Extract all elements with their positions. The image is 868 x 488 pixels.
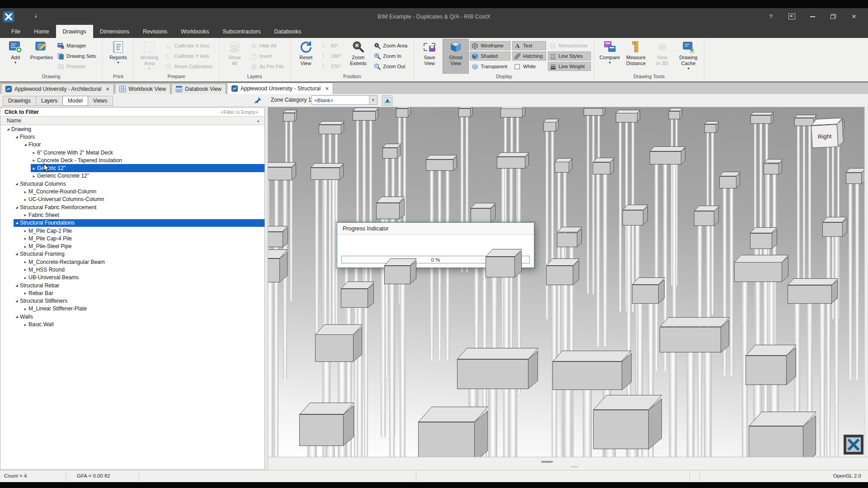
3d-viewport[interactable]: Right — [268, 107, 868, 457]
collapse-arrow-icon[interactable]: ◢ — [14, 182, 20, 186]
expand-arrow-icon[interactable]: ▸ — [22, 244, 28, 249]
tree-item-rebar-bar[interactable]: ▸Rebar Bar — [0, 289, 264, 297]
collapse-arrow-icon[interactable]: ◢ — [14, 221, 20, 225]
menu-tab-workbooks[interactable]: Workbooks — [174, 25, 216, 38]
zoom-extents-button[interactable]: Zoom Extents — [345, 39, 371, 74]
tree-item-fabric-sheet[interactable]: ▸Fabric Sheet — [0, 211, 264, 219]
document-tab[interactable]: Applewood University - Architectural× — [1, 84, 114, 94]
menu-tab-subcontractors[interactable]: Subcontractors — [216, 25, 267, 38]
transparent-button[interactable]: Transparent — [470, 62, 510, 71]
show-all-button[interactable]: Show All — [222, 39, 248, 74]
expand-arrow-icon[interactable]: ▸ — [22, 236, 28, 241]
calibrate-x-axis-button[interactable]: Calibrate X Axis — [163, 41, 215, 50]
expand-arrow-icon[interactable]: ▸ — [22, 212, 28, 217]
dropdown-arrow-icon[interactable]: ▾ — [117, 61, 119, 65]
expand-arrow-icon[interactable]: ▸ — [31, 158, 37, 163]
subtab-drawings[interactable]: Drawings — [3, 96, 36, 106]
tree-item-m-linear-stiffener-plate[interactable]: ▸M_Linear Stiffener-Plate — [0, 305, 264, 313]
expand-arrow-icon[interactable]: ▸ — [22, 291, 28, 296]
tree-item-generic-concrete-12-[interactable]: ▸Generic Concrete 12" — [0, 172, 264, 180]
tree-item-ub-universal-beams[interactable]: ▸UB-Universal Beams — [0, 274, 264, 282]
wireframe-button[interactable]: Wireframe — [470, 41, 510, 50]
expand-arrow-icon[interactable]: ▸ — [31, 166, 37, 171]
tree-item-6-concrete-with-2-metal-deck[interactable]: ▸6" Concrete With 2" Metal Deck — [0, 149, 264, 156]
expand-arrow-icon[interactable]: ▸ — [31, 174, 37, 178]
monochrome-button[interactable]: Monochrome — [548, 41, 591, 50]
collapse-arrow-icon[interactable]: ◢ — [22, 143, 28, 146]
splitter-handle[interactable] — [541, 461, 553, 463]
view-cube-front-face[interactable]: Right — [811, 124, 839, 148]
tree-item-m-concrete-round-column[interactable]: ▸M_Concrete-Round-Column — [0, 188, 264, 195]
restore-button[interactable] — [823, 8, 844, 25]
manager-button[interactable]: Manager — [56, 41, 99, 50]
drawing-cache-button[interactable]: Drawing Cache▾ — [675, 39, 702, 74]
collapse-arrow-icon[interactable]: ◢ — [14, 315, 20, 319]
tree-item-walls[interactable]: ◢Walls — [0, 313, 264, 320]
as-per-file-button[interactable]: As Per File — [249, 62, 287, 71]
expand-arrow-icon[interactable]: ▸ — [22, 306, 28, 311]
subtab-model[interactable]: Model — [62, 96, 88, 106]
view-cube[interactable]: Right — [809, 117, 847, 151]
minimize-button[interactable] — [802, 8, 823, 25]
close-tab-icon[interactable]: × — [325, 85, 329, 92]
close-button[interactable]: × — [844, 8, 864, 25]
compare-button[interactable]: Compare▾ — [597, 39, 623, 74]
pin-icon[interactable] — [253, 96, 262, 105]
document-tab[interactable]: Workbook View — [115, 84, 170, 94]
tree-column-header[interactable]: Name ▲ — [0, 117, 264, 125]
text-button[interactable]: AText — [512, 41, 546, 50]
expand-arrow-icon[interactable]: ▸ — [22, 197, 28, 202]
collapse-arrow-icon[interactable]: ◢ — [14, 252, 20, 256]
working-area-button[interactable]: Working Area▾ — [136, 39, 162, 74]
dropdown-arrow-icon[interactable]: ▾ — [14, 61, 16, 65]
tree-item-structural-columns[interactable]: ◢Structural Columns — [0, 180, 264, 188]
filter-row[interactable]: Click to Filter <Filter is Empty> — [0, 108, 264, 117]
save-view-button[interactable]: Save View — [416, 39, 443, 74]
menu-tab-file[interactable]: File — [5, 25, 27, 38]
measure-distance-button[interactable]: Measure Distance — [623, 39, 649, 74]
collapse-arrow-icon[interactable]: ◢ — [14, 206, 20, 209]
expand-arrow-icon[interactable]: ▸ — [22, 228, 28, 233]
reset-view-button[interactable]: Reset View — [293, 39, 319, 74]
reports-button[interactable]: Reports▾ — [105, 39, 131, 74]
tree-item-m-pile-cap-2-pile[interactable]: ▸M_Pile Cap-2 Pile — [0, 227, 264, 235]
expand-arrow-icon[interactable]: ▸ — [31, 150, 37, 155]
add-drawing-button[interactable]: Add▾ — [2, 39, 28, 74]
line-weight-button[interactable]: Line Weight — [548, 62, 591, 71]
progress-dialog-title[interactable]: Progress Indicator — [337, 223, 534, 235]
tree-item-floors[interactable]: ◢Floors — [0, 133, 264, 141]
tree-item-m-hss-round[interactable]: ▸M_HSS Round — [0, 266, 264, 273]
expand-arrow-icon[interactable]: ▸ — [22, 267, 28, 272]
tree-item-structural-fabric-reinforcement[interactable]: ◢Structural Fabric Reinforcement — [0, 203, 264, 211]
dropdown-arrow-icon[interactable]: ▾ — [148, 67, 150, 70]
menu-tab-drawings[interactable]: Drawings — [56, 25, 93, 38]
white-button[interactable]: White — [512, 62, 546, 71]
dropdown-arrow-icon[interactable]: ▾ — [609, 61, 611, 65]
collapse-arrow-icon[interactable]: ◢ — [14, 284, 20, 287]
90°-button[interactable]: 90° — [320, 41, 344, 50]
document-tab[interactable]: Applewood University - Structural× — [227, 83, 334, 94]
tree-item-structural-foundations[interactable]: ◢Structural Foundations — [0, 219, 264, 227]
menu-tab-databooks[interactable]: Databooks — [267, 25, 308, 38]
qat-dropdown-icon[interactable]: ▾ — [35, 14, 37, 19]
tree-item-drawing[interactable]: ◢Drawing — [0, 125, 264, 133]
menu-tab-revisions[interactable]: Revisions — [136, 25, 174, 38]
270°-button[interactable]: 270° — [320, 62, 344, 71]
zone-apply-button[interactable] — [382, 95, 392, 106]
tree-item-basic-wall[interactable]: ▸Basic Wall — [0, 320, 264, 328]
expand-arrow-icon[interactable]: ▸ — [22, 275, 28, 280]
180°-button[interactable]: 180° — [320, 52, 344, 61]
shaded-button[interactable]: Shaded — [470, 52, 510, 61]
menu-tab-home[interactable]: Home — [27, 25, 56, 38]
reset-calibration-button[interactable]: Reset Calibration — [163, 62, 215, 71]
subtab-views[interactable]: Views — [88, 96, 113, 106]
expand-arrow-icon[interactable]: ▸ — [22, 322, 28, 327]
drawing-sets-button[interactable]: Drawing Sets — [56, 52, 99, 61]
calibrate-y-axis-button[interactable]: Calibrate Y Axis — [163, 52, 215, 61]
zoom-in-button[interactable]: Zoom In — [372, 52, 410, 61]
tree-item-m-concrete-rectangular-beam[interactable]: ▸M_Concrete-Rectangular Beam — [0, 258, 264, 266]
invert-button[interactable]: Invert — [249, 52, 287, 61]
zoom-out-button[interactable]: Zoom Out — [372, 62, 410, 71]
vertical-splitter[interactable]: ⋮ — [265, 107, 268, 470]
hatching-button[interactable]: Hatching — [512, 52, 546, 61]
